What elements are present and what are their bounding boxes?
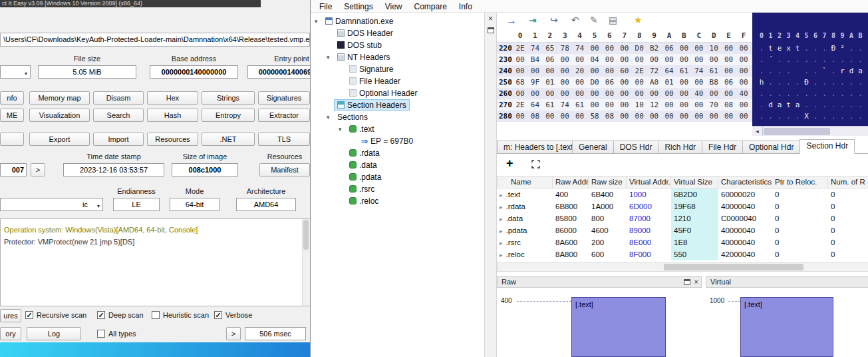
section-row-data[interactable]: ▸.data85800800870001210C000004000: [497, 212, 868, 224]
menu-compare[interactable]: Compare: [408, 1, 453, 13]
add-row-button[interactable]: +: [506, 157, 513, 171]
net-button[interactable]: .NET: [202, 133, 255, 146]
me-button[interactable]: ME: [0, 109, 24, 122]
checkbox-deep-scan[interactable]: ✓Deep scan: [97, 310, 144, 320]
tab-file-hdr[interactable]: File Hdr: [702, 141, 743, 154]
scrollbar-thumb[interactable]: [303, 220, 309, 250]
goto-arrow-icon[interactable]: →: [506, 15, 517, 27]
ascii-view[interactable]: 0123456789AB .text...Ð²...´.............…: [752, 13, 868, 136]
menu-view[interactable]: View: [379, 1, 408, 13]
partial-button[interactable]: [0, 133, 24, 146]
history-dropdown[interactable]: ▾: [0, 65, 31, 79]
float-panel-icon[interactable]: [488, 27, 494, 33]
edit-icon[interactable]: ✎: [590, 15, 598, 25]
section-row-reloc[interactable]: ▸.reloc8A8006008F0005504200004000: [497, 248, 868, 260]
ascii-horizontal-scrollbar[interactable]: ◂: [752, 126, 868, 136]
tab-m-headers-to-text[interactable]: m: Headers to [.text]: [497, 141, 573, 154]
signatures-button[interactable]: Signatures: [258, 91, 310, 105]
resources-button[interactable]: Resources: [147, 133, 198, 146]
hex-view[interactable]: →⇥↪↶✎▤★ 0123456789ABCDEF 2202E7465787400…: [497, 13, 752, 136]
undo-icon[interactable]: ↶: [571, 15, 579, 25]
section-row-rsrc[interactable]: ▸.rsrc8A6002008E0001E84000004000: [497, 236, 868, 248]
hex-button[interactable]: Hex: [147, 91, 198, 105]
signatures-button-partial[interactable]: ures: [0, 309, 21, 322]
checkbox-recursive-scan[interactable]: ✓Recursive scan: [25, 310, 86, 320]
tree-item-rsrc[interactable]: .rsrc: [311, 183, 484, 195]
scan-engine-dropdown[interactable]: ic ▾: [0, 198, 103, 211]
tree-item-dos-stub[interactable]: DOS stub: [311, 39, 484, 51]
page-icon[interactable]: ▤: [609, 15, 617, 25]
import-button[interactable]: Import: [93, 133, 144, 146]
row-expander-icon[interactable]: ▸: [500, 216, 503, 222]
menu-file[interactable]: File: [313, 1, 338, 13]
tree-item-file-header[interactable]: File Header: [311, 75, 484, 87]
search-button[interactable]: Search: [93, 109, 144, 122]
tree-item-ep-697b0[interactable]: ⇒EP = 697B0: [311, 135, 484, 147]
row-expander-icon[interactable]: ▸: [500, 192, 503, 198]
memory-map-button[interactable]: Memory map: [29, 91, 90, 105]
hex-dock-titlebar[interactable]: ×: [484, 13, 497, 357]
expander-icon[interactable]: ▾: [339, 126, 342, 133]
tree-item-damnnation-exe[interactable]: ▾Damnnation.exe: [311, 15, 484, 27]
timestamp-toggle-button[interactable]: >: [31, 163, 45, 177]
scrollbar-thumb[interactable]: [764, 128, 830, 135]
tree-item-dos-header[interactable]: DOS Header: [311, 27, 484, 39]
row-expander-icon[interactable]: ▸: [500, 228, 503, 234]
row-expander-icon[interactable]: ▸: [500, 252, 503, 258]
nfo-button[interactable]: nfo: [0, 91, 24, 105]
tree-item-data[interactable]: .data: [311, 159, 484, 171]
expander-icon[interactable]: ▾: [315, 18, 318, 25]
visualization-button[interactable]: Visualization: [29, 109, 90, 122]
tree-item-sections[interactable]: ▾Sections: [311, 111, 484, 123]
tab-optional-hdr[interactable]: Optional Hdr: [742, 141, 800, 154]
directory-button-partial[interactable]: ory: [0, 327, 21, 340]
fit-columns-icon[interactable]: [531, 160, 540, 169]
hash-button[interactable]: Hash: [147, 109, 198, 122]
menu-settings[interactable]: Settings: [338, 1, 378, 13]
hex-byte: 00: [557, 111, 572, 122]
row-expander-icon[interactable]: ▸: [500, 204, 503, 210]
scan-button[interactable]: >: [226, 327, 241, 340]
tab-rich-hdr[interactable]: Rich Hdr: [658, 141, 702, 154]
expander-icon[interactable]: ▾: [327, 54, 330, 61]
tree-item-rdata[interactable]: .rdata: [311, 147, 484, 159]
row-expander-icon[interactable]: ▸: [500, 240, 503, 246]
checkbox-all-types[interactable]: All types: [97, 329, 136, 338]
close-icon[interactable]: ×: [694, 279, 698, 285]
expander-icon[interactable]: ▾: [327, 114, 330, 121]
star-icon[interactable]: ★: [634, 15, 643, 25]
tree-item-text[interactable]: ▾.text: [311, 123, 484, 135]
checkbox-verbose[interactable]: ✓Verbose: [214, 310, 252, 320]
file-path-input[interactable]: \Users\CF\Downloads\KeyAuth-Protected-Lo…: [0, 33, 310, 47]
disasm-button[interactable]: Disasm: [93, 91, 144, 105]
section-row-rdata[interactable]: ▸.rdata6B8001A0006D00019F684000004000: [497, 200, 868, 212]
tab-section-hdr[interactable]: Section Hdr: [799, 139, 855, 154]
log-button[interactable]: Log: [27, 327, 81, 340]
section-row-pdata[interactable]: ▸.pdata8600046008900045F04000004000: [497, 224, 868, 236]
float-panel-icon[interactable]: [684, 279, 690, 285]
tab-dos-hdr[interactable]: DOS Hdr: [613, 141, 659, 154]
tree-item-optional-header[interactable]: Optional Header: [311, 87, 484, 99]
jump-out-icon[interactable]: ↪: [550, 15, 558, 25]
section-row-text[interactable]: ▸.text4006B40010006B2D06000002000: [497, 188, 868, 200]
tree-item-reloc[interactable]: .reloc: [311, 195, 484, 207]
close-icon[interactable]: ×: [488, 14, 493, 23]
entropy-button[interactable]: Entropy: [202, 109, 255, 122]
menu-info[interactable]: Info: [453, 1, 478, 13]
tree-item-signature[interactable]: Signature: [311, 63, 484, 75]
export-button[interactable]: Export: [29, 133, 90, 146]
extractor-button[interactable]: Extractor: [258, 109, 310, 122]
tree-item-pdata[interactable]: .pdata: [311, 171, 484, 183]
checkbox-heuristic-scan[interactable]: Heuristic scan: [152, 310, 209, 320]
manifest-button[interactable]: Manifest: [259, 163, 310, 177]
results-scrollbar[interactable]: [302, 219, 310, 306]
tree-item-nt-headers[interactable]: ▾NT Headers: [311, 51, 484, 63]
tab-general[interactable]: General: [572, 141, 614, 154]
strings-button[interactable]: Strings: [202, 91, 255, 105]
table-horizontal-scrollbar[interactable]: [497, 262, 868, 272]
scroll-left-arrow-icon[interactable]: ◂: [752, 127, 763, 136]
tree-item-section-headers[interactable]: Section Headers: [311, 99, 484, 111]
scrollbar-thumb[interactable]: [664, 264, 803, 270]
jump-in-icon[interactable]: ⇥: [529, 15, 537, 25]
tls-button[interactable]: TLS: [258, 133, 310, 146]
